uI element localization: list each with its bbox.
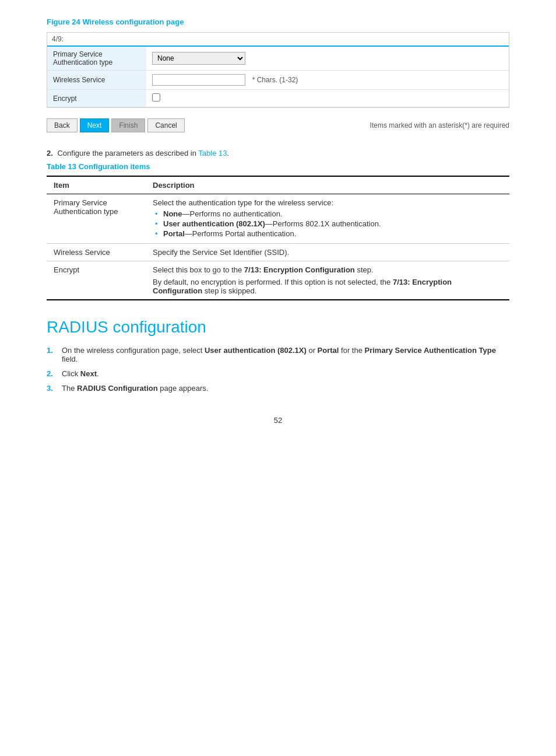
radius-step-3: 3. The RADIUS Configuration page appears…	[47, 384, 509, 393]
step2-number: 2.	[47, 149, 53, 158]
col-header-item: Item	[47, 176, 146, 194]
step-num-3: 3.	[47, 384, 57, 393]
page-number: 52	[47, 416, 509, 425]
step-label: 4/9:	[47, 33, 509, 47]
form-row-auth: Primary Service Authentication type None…	[47, 47, 509, 71]
form-label-auth: Primary Service Authentication type	[47, 47, 146, 71]
bullet-list-auth: None—Performs no authentication. User au…	[153, 209, 502, 238]
table-ref-link[interactable]: Table 13	[198, 149, 227, 158]
step2-period: .	[227, 149, 229, 158]
figure-title: Figure 24 Wireless configuration page	[47, 18, 509, 26]
form-label-encrypt: Encrypt	[47, 90, 146, 107]
wireless-service-input[interactable]	[152, 74, 245, 86]
table-cell-desc-encrypt: Select this box to go to the 7/13: Encry…	[146, 261, 509, 300]
table-header-row: Item Description	[47, 176, 509, 194]
form-value-auth[interactable]: None User authentication (802.1X) Portal	[146, 47, 509, 71]
form-value-wireless[interactable]: * Chars. (1-32)	[146, 71, 509, 90]
step-text-3: The RADIUS Configuration page appears.	[62, 384, 208, 393]
finish-button[interactable]: Finish	[111, 118, 145, 132]
table-row: Encrypt Select this box to go to the 7/1…	[47, 261, 509, 300]
step2-text: Configure the parameters as described in	[57, 149, 196, 158]
chars-hint: * Chars. (1-32)	[252, 76, 298, 84]
table-row: Primary Service Authentication type Sele…	[47, 194, 509, 244]
step-text-1: On the wireless configuration page, sele…	[62, 346, 509, 363]
buttons-area: Back Next Finish Cancel Items marked wit…	[47, 113, 509, 138]
radius-step-1: 1. On the wireless configuration page, s…	[47, 346, 509, 363]
config-table: Item Description Primary Service Authent…	[47, 176, 509, 300]
encrypt-checkbox[interactable]	[152, 93, 160, 102]
back-button[interactable]: Back	[47, 118, 78, 132]
step-text-2: Click Next.	[62, 369, 99, 378]
table-cell-item-auth: Primary Service Authentication type	[47, 194, 146, 244]
required-note: Items marked with an asterisk(*) are req…	[370, 121, 509, 130]
table-cell-item-wireless: Wireless Service	[47, 244, 146, 261]
table-row: Wireless Service Specify the Service Set…	[47, 244, 509, 261]
table-cell-desc-wireless: Specify the Service Set Identifier (SSID…	[146, 244, 509, 261]
encrypt-desc-para1: Select this box to go to the 7/13: Encry…	[153, 265, 502, 274]
form-label-wireless: Wireless Service	[47, 71, 146, 90]
radius-steps-list: 1. On the wireless configuration page, s…	[47, 346, 509, 393]
table-title: Table 13 Configuration items	[47, 162, 509, 171]
radius-section-title: RADIUS configuration	[47, 318, 509, 337]
auth-type-select[interactable]: None User authentication (802.1X) Portal	[152, 52, 245, 65]
form-value-encrypt[interactable]	[146, 90, 509, 107]
step-num-1: 1.	[47, 346, 57, 363]
desc-intro-auth: Select the authentication type for the w…	[153, 198, 333, 207]
form-table: Primary Service Authentication type None…	[47, 47, 509, 107]
config-box: 4/9: Primary Service Authentication type…	[47, 32, 509, 108]
encrypt-desc-para2: By default, no encryption is performed. …	[153, 278, 502, 295]
step-num-2: 2.	[47, 369, 57, 378]
bullet-user-auth: User authentication (802.1X)—Performs 80…	[153, 219, 502, 228]
table-cell-item-encrypt: Encrypt	[47, 261, 146, 300]
step2-paragraph: 2. Configure the parameters as described…	[47, 149, 509, 158]
form-row-encrypt: Encrypt	[47, 90, 509, 107]
table-cell-desc-auth: Select the authentication type for the w…	[146, 194, 509, 244]
radius-step-2: 2. Click Next.	[47, 369, 509, 378]
col-header-desc: Description	[146, 176, 509, 194]
next-button[interactable]: Next	[80, 118, 110, 132]
bullet-portal: Portal—Performs Portal authentication.	[153, 229, 502, 238]
bullet-none: None—Performs no authentication.	[153, 209, 502, 218]
form-row-wireless: Wireless Service * Chars. (1-32)	[47, 71, 509, 90]
cancel-button[interactable]: Cancel	[147, 118, 184, 132]
